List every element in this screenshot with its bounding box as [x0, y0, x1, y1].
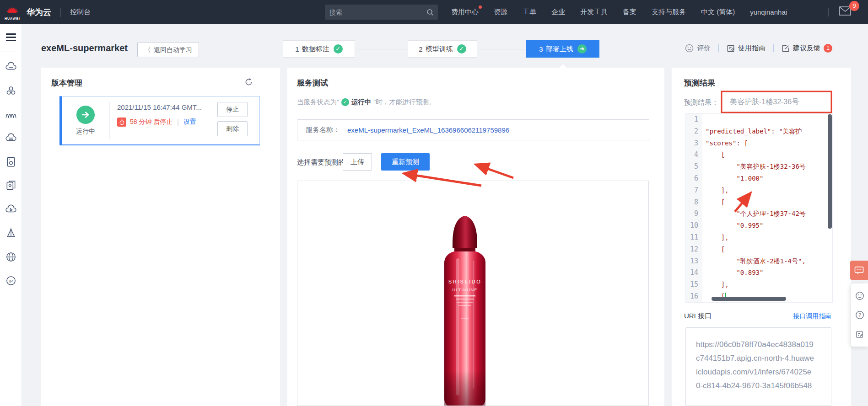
- brand-name[interactable]: 华为云: [27, 7, 51, 18]
- code-line: 7 ],: [686, 185, 832, 197]
- nav-item-支持与服务[interactable]: 支持与服务: [652, 8, 686, 16]
- feedback-icon: [782, 44, 790, 53]
- svg-text:?: ?: [858, 312, 861, 318]
- delete-button[interactable]: 删除: [217, 121, 248, 136]
- step-connector: [356, 49, 407, 49]
- rate-button[interactable]: 评价: [685, 44, 711, 53]
- version-panel-title: 版本管理: [51, 78, 82, 88]
- nav-item-开发工具[interactable]: 开发工具: [580, 8, 608, 16]
- cluster-icon[interactable]: [5, 85, 17, 96]
- chat-bubble-icon: [854, 266, 864, 275]
- code-line: 15 ],: [686, 279, 832, 291]
- search-input[interactable]: [325, 9, 426, 16]
- line-number: 4: [686, 149, 702, 161]
- settings-link[interactable]: 设置: [183, 118, 196, 126]
- nav-item-费用中心[interactable]: 费用中心: [451, 8, 479, 16]
- service-name-value[interactable]: exeML-supermarket_ExeML_1636966062119759…: [347, 126, 509, 134]
- help-button[interactable]: ?: [851, 305, 868, 325]
- cloud-db-icon[interactable]: [5, 132, 17, 144]
- line-number: 3: [686, 138, 702, 150]
- vector-icon[interactable]: [5, 227, 17, 239]
- ip-icon[interactable]: IP: [5, 275, 17, 287]
- nav-item-备案[interactable]: 备案: [623, 8, 636, 16]
- nav-item-企业[interactable]: 企业: [551, 8, 565, 16]
- code-lines: 12"predicted_label": "美容护3"scores": [4 […: [686, 114, 832, 303]
- rail-items: IP: [0, 61, 22, 287]
- survey-button[interactable]: [851, 325, 868, 344]
- vertical-scrollbar[interactable]: [828, 114, 832, 229]
- line-number: 14: [686, 267, 702, 279]
- copy-docs-icon[interactable]: [5, 180, 17, 192]
- code-line: 9 "个人护理-1楼37-42号: [686, 208, 832, 220]
- code-text: "predicted_label": "美容护: [702, 126, 832, 138]
- line-number: 2: [686, 126, 702, 138]
- app-window: HUAWEI 华为云 控制台 费用中心资源工单企业开发工具备案支持与服务中文 (…: [0, 0, 868, 406]
- topbar: HUAWEI 华为云 控制台 费用中心资源工单企业开发工具备案支持与服务中文 (…: [0, 0, 868, 24]
- code-line: 8 [: [686, 197, 832, 208]
- globe-icon[interactable]: [5, 251, 17, 263]
- cloud-server-icon[interactable]: [5, 61, 17, 73]
- search-icon[interactable]: [426, 9, 434, 16]
- svg-text:IP: IP: [9, 279, 13, 283]
- repredict-button[interactable]: 重新预测: [381, 153, 430, 171]
- messages-button[interactable]: 9: [839, 6, 853, 18]
- api-url-text: https://06c0b78ff70a4ec4838a019c744151b7…: [696, 338, 831, 393]
- help-toolbar: ?: [851, 283, 868, 347]
- guide-doc-icon: [727, 44, 735, 53]
- live-chat-button[interactable]: [850, 261, 868, 280]
- horizontal-scrollbar[interactable]: [712, 297, 786, 301]
- check-icon: ✓: [334, 44, 343, 53]
- code-line: 6 "1.000": [686, 173, 832, 185]
- menu-icon[interactable]: [6, 33, 16, 43]
- topbar-divider: [60, 8, 61, 17]
- user-guide-button[interactable]: 使用指南: [727, 44, 766, 53]
- code-text: "0.995": [702, 220, 832, 232]
- code-text: "美容护肤-1楼32-36号: [702, 161, 832, 173]
- code-text: "0.893": [702, 267, 832, 279]
- timer-icon: [117, 118, 126, 127]
- line-number: 15: [686, 279, 702, 291]
- upload-button[interactable]: 上传: [343, 153, 372, 171]
- code-text: ],: [702, 232, 832, 244]
- version-card[interactable]: 运行中 2021/11/15 16:47:44 GMT... 58 分钟 后停止…: [59, 96, 260, 145]
- feedback-smiley-button[interactable]: [851, 286, 868, 305]
- result-value: 美容护肤-1楼32-36号: [730, 97, 799, 107]
- service-name-box: 服务名称： exeML-supermarket_ExeML_1636966062…: [297, 119, 649, 140]
- result-label: 预测结果：: [684, 98, 718, 107]
- back-button[interactable]: 〈返回自动学习: [137, 42, 199, 57]
- line-number: 6: [686, 173, 702, 185]
- line-number: 7: [686, 185, 702, 197]
- nav-item-资源[interactable]: 资源: [494, 8, 507, 16]
- service-status-hint: 当服务状态为“ ✓ 运行中 ”时，才能进行预测。: [297, 98, 436, 107]
- nav-item-工单[interactable]: 工单: [523, 8, 536, 16]
- code-line: 4 [: [686, 149, 832, 161]
- server-icon[interactable]: [5, 156, 17, 168]
- stop-button[interactable]: 停止: [217, 102, 248, 117]
- console-link[interactable]: 控制台: [70, 8, 91, 16]
- result-panel-title: 预测结果: [684, 78, 715, 88]
- rail-divider: [0, 52, 18, 52]
- page-title: exeML-supermarket: [41, 43, 128, 53]
- question-icon: ?: [855, 310, 864, 320]
- waves-icon[interactable]: [5, 108, 17, 120]
- code-line: 3"scores": [: [686, 138, 832, 150]
- search-box[interactable]: [325, 5, 438, 20]
- code-line: 12 [: [686, 244, 832, 256]
- step-deploy[interactable]: 3 部署上线 ➜: [526, 40, 599, 58]
- step-data-label[interactable]: 1 数据标注 ✓: [283, 40, 355, 58]
- code-line: 11 ],: [686, 232, 832, 244]
- prediction-result-panel: 预测结果 预测结果： 美容护肤-1楼32-36号 12"predicted_la…: [672, 68, 851, 406]
- cloud-media-icon[interactable]: [5, 203, 17, 215]
- huawei-logo[interactable]: HUAWEI: [4, 5, 21, 20]
- line-number: 13: [686, 256, 702, 267]
- refresh-icon[interactable]: [244, 78, 253, 88]
- svg-text:SHISEIDO: SHISEIDO: [448, 279, 482, 284]
- code-text: ],: [702, 185, 832, 197]
- nav-item-中文 (简体)[interactable]: 中文 (简体): [701, 8, 735, 16]
- feedback-button[interactable]: 建议反馈 1: [782, 44, 832, 53]
- nav-item-yunqinanhai[interactable]: yunqinanhai: [750, 8, 787, 16]
- arrow-right-icon: ➜: [577, 44, 587, 53]
- step-model-train[interactable]: 2 模型训练 ✓: [408, 40, 477, 58]
- api-guide-link[interactable]: 接口调用指南: [793, 312, 831, 321]
- step-label: 模型训练: [426, 45, 453, 53]
